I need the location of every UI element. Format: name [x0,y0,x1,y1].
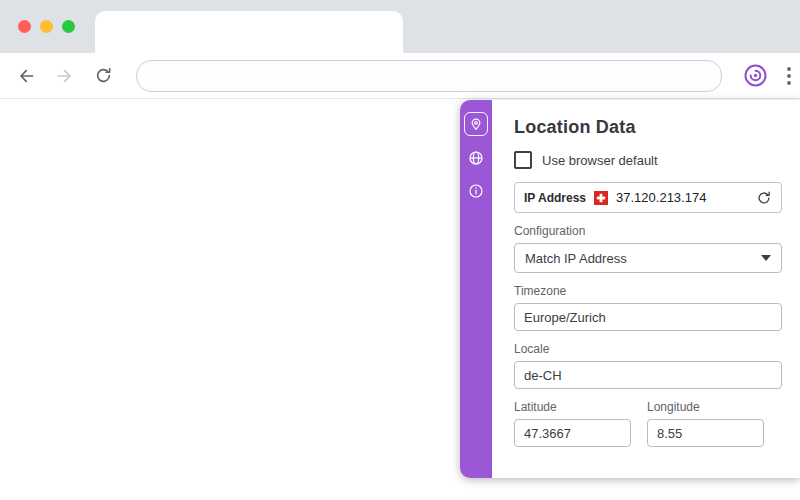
address-bar-input[interactable] [151,67,707,84]
back-arrow-icon [16,66,36,86]
ip-address-label: IP Address [524,191,586,205]
longitude-input[interactable] [647,419,764,447]
vytal-fingerprint-logo-icon [743,63,768,88]
lat-long-row: Latitude Longitude [514,389,782,447]
configuration-label: Configuration [514,224,782,238]
chevron-down-icon [761,255,771,261]
browser-toolbar [0,53,800,99]
panel-content: Location Data Use browser default IP Add… [492,100,800,478]
use-browser-default-checkbox[interactable] [514,151,532,169]
use-browser-default-label: Use browser default [542,153,658,168]
ip-address-box: IP Address 37.120.213.174 [514,182,782,213]
browser-tab[interactable] [95,11,403,53]
reload-icon [94,66,113,85]
window-controls [18,20,75,33]
ip-address-value: 37.120.213.174 [616,190,706,205]
timezone-input[interactable] [514,303,782,331]
refresh-ip-button[interactable] [756,190,772,206]
extension-button[interactable] [742,63,768,89]
timezone-label: Timezone [514,284,782,298]
tab-location[interactable] [464,112,488,136]
longitude-label: Longitude [647,400,764,414]
kebab-menu-icon [787,67,791,85]
browser-title-bar [0,0,800,53]
forward-button[interactable] [52,63,78,89]
panel-sidebar [460,100,492,478]
use-browser-default-row: Use browser default [514,151,782,169]
location-pin-icon [469,117,483,131]
info-icon [468,183,484,199]
minimize-window-button[interactable] [40,20,53,33]
latitude-input[interactable] [514,419,631,447]
configuration-select[interactable]: Match IP Address [514,243,782,273]
maximize-window-button[interactable] [62,20,75,33]
forward-arrow-icon [55,66,75,86]
locale-label: Locale [514,342,782,356]
close-window-button[interactable] [18,20,31,33]
reload-button[interactable] [90,63,116,89]
latitude-label: Latitude [514,400,631,414]
configuration-selected-value: Match IP Address [525,251,627,266]
globe-icon [468,150,484,166]
back-button[interactable] [13,63,39,89]
tab-info[interactable] [465,180,487,202]
location-data-panel: Location Data Use browser default IP Add… [460,100,800,478]
tab-browser-data[interactable] [465,147,487,169]
locale-input[interactable] [514,361,782,389]
address-bar[interactable] [136,60,722,92]
page-title: Location Data [514,117,782,138]
refresh-icon [756,190,772,206]
browser-menu-button[interactable] [778,63,800,89]
swiss-flag-icon [594,191,608,205]
